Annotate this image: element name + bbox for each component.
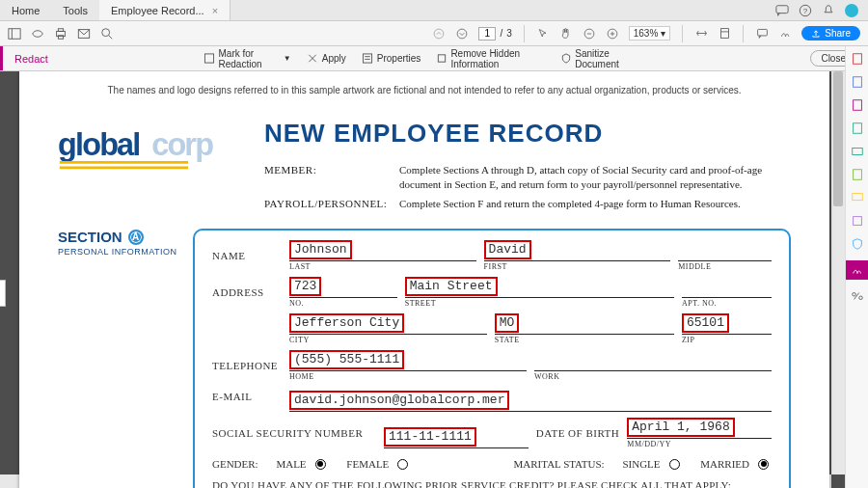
svg-point-11: [435, 29, 445, 39]
svg-point-9: [102, 28, 110, 36]
field-first-name[interactable]: David: [484, 240, 531, 259]
tab-document[interactable]: Employee Record... ×: [99, 0, 231, 20]
svg-rect-28: [853, 123, 861, 134]
properties-button[interactable]: Properties: [362, 48, 421, 69]
label-married: MARRIED: [700, 458, 749, 470]
search-icon[interactable]: [100, 27, 114, 41]
member-label: MEMBER:: [264, 163, 390, 193]
svg-rect-27: [853, 100, 861, 111]
field-addr-no[interactable]: 723: [289, 277, 321, 296]
sign-icon[interactable]: [778, 27, 792, 41]
form-box: NAME JohnsonLAST DavidFIRST MIDDLE ADDRE…: [193, 229, 791, 488]
page-sep: /: [500, 28, 502, 39]
svg-rect-25: [853, 54, 861, 65]
field-dob[interactable]: April 1, 1968: [627, 418, 734, 437]
apply-button[interactable]: Apply: [307, 48, 346, 69]
share-icon: [811, 29, 821, 39]
zoom-out-icon[interactable]: [583, 27, 596, 41]
page-down-icon[interactable]: [455, 27, 469, 41]
field-email[interactable]: david.johnson@globalcorp.mer: [289, 391, 509, 410]
remove-icon: [436, 53, 447, 65]
sidebar-toggle-icon[interactable]: [8, 27, 21, 41]
radio-female[interactable]: [397, 459, 408, 470]
field-zip[interactable]: 65101: [682, 313, 729, 333]
zoom-in-icon[interactable]: [606, 27, 619, 41]
document-title: NEW EMPLOYEE RECORD: [264, 121, 791, 146]
chevron-down-icon: ▾: [661, 28, 665, 39]
rail-enhance-icon[interactable]: [851, 168, 864, 181]
field-last-name[interactable]: Johnson: [289, 240, 352, 259]
comment-icon[interactable]: [755, 27, 769, 41]
rail-more-icon[interactable]: [851, 289, 864, 303]
rail-protect-icon[interactable]: [851, 237, 864, 251]
bell-icon[interactable]: [822, 4, 835, 17]
vertical-scrollbar[interactable]: [831, 71, 845, 474]
right-rail: [845, 46, 868, 488]
print-icon[interactable]: [54, 27, 68, 41]
page-current-input[interactable]: [478, 27, 496, 41]
svg-text:corp: corp: [151, 127, 213, 162]
rail-redact-icon[interactable]: [846, 260, 869, 280]
avatar[interactable]: [845, 4, 858, 17]
field-ssn[interactable]: 111-11-1111: [384, 427, 476, 447]
tab-close-icon[interactable]: ×: [212, 5, 218, 16]
rail-combine-icon[interactable]: [851, 214, 864, 228]
share-button[interactable]: Share: [801, 26, 860, 41]
redact-bar: Redact Mark for Redaction▼ Apply Propert…: [0, 46, 868, 71]
rail-comment-icon[interactable]: [851, 191, 864, 204]
svg-point-12: [458, 29, 468, 39]
page-up-icon[interactable]: [432, 27, 446, 41]
hand-icon[interactable]: [559, 27, 573, 41]
redact-label: Redact: [0, 46, 60, 70]
fit-width-icon[interactable]: [694, 27, 708, 41]
label-gender: GENDER:: [212, 458, 258, 470]
disclaimer-text: The names and logo designs referred to i…: [58, 85, 791, 95]
rail-pdf-icon[interactable]: [851, 52, 864, 66]
field-state[interactable]: MO: [495, 313, 520, 333]
remove-hidden-button[interactable]: Remove Hidden Information: [436, 48, 545, 69]
label-male: MALE: [276, 458, 306, 470]
rail-edit-icon[interactable]: [851, 75, 864, 89]
left-expand-handle[interactable]: [0, 280, 6, 307]
label-telephone: TELEPHONE: [212, 360, 282, 381]
svg-text:?: ?: [803, 6, 808, 14]
toolbar: / 3 163%▾ Share: [0, 21, 868, 46]
logo: global corp: [58, 113, 241, 215]
svg-rect-3: [9, 28, 20, 39]
fit-page-icon[interactable]: [718, 27, 731, 41]
help-icon[interactable]: ?: [799, 4, 812, 17]
svg-rect-18: [720, 29, 728, 39]
field-addr-street[interactable]: Main Street: [405, 277, 498, 296]
tab-document-label: Employee Record...: [111, 5, 204, 16]
tab-tools[interactable]: Tools: [51, 0, 99, 20]
field-city[interactable]: Jefferson City: [289, 313, 404, 333]
page-indicator: / 3: [478, 27, 511, 41]
pointer-icon[interactable]: [536, 27, 550, 41]
section-heading: SECTION A PERSONAL INFORMATION: [58, 229, 183, 488]
radio-male[interactable]: [315, 459, 326, 470]
svg-rect-30: [853, 170, 861, 180]
svg-rect-29: [852, 149, 862, 155]
svg-rect-31: [852, 194, 862, 201]
rail-export-icon[interactable]: [851, 98, 864, 112]
rail-send-icon[interactable]: [851, 145, 864, 158]
zoom-dropdown[interactable]: 163%▾: [629, 26, 671, 41]
mail-icon[interactable]: [77, 27, 91, 41]
field-phone-home[interactable]: (555) 555-1111: [289, 350, 404, 369]
props-icon: [362, 53, 373, 65]
mark-for-redaction-button[interactable]: Mark for Redaction▼: [204, 48, 291, 69]
radio-married[interactable]: [758, 459, 769, 470]
document-page: The names and logo designs referred to i…: [19, 71, 829, 488]
save-icon[interactable]: [31, 27, 44, 41]
label-single: SINGLE: [622, 458, 660, 470]
svg-line-10: [109, 35, 113, 39]
page-total: 3: [506, 28, 512, 39]
sanitize-button[interactable]: Sanitize Document: [560, 48, 637, 69]
rail-organize-icon[interactable]: [851, 122, 864, 135]
radio-single[interactable]: [669, 459, 680, 470]
apply-icon: [307, 53, 318, 65]
tab-home[interactable]: Home: [0, 0, 51, 20]
svg-rect-26: [853, 77, 861, 88]
chat-icon[interactable]: [775, 4, 789, 17]
svg-rect-20: [204, 54, 213, 63]
